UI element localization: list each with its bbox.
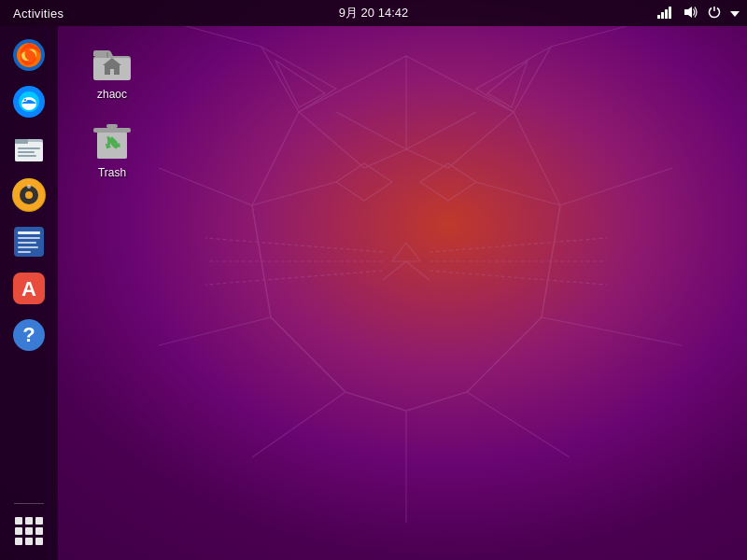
dock-item-appstore[interactable]: A xyxy=(7,267,50,310)
svg-marker-12 xyxy=(392,243,420,261)
svg-point-62 xyxy=(25,191,33,199)
svg-line-25 xyxy=(336,112,406,149)
svg-text:?: ? xyxy=(22,323,35,346)
svg-line-21 xyxy=(271,317,345,392)
thunderbird-icon xyxy=(12,85,46,119)
trash-icon-label: Trash xyxy=(98,166,126,179)
svg-rect-40 xyxy=(657,15,660,19)
home-icon-label: zhaoc xyxy=(97,88,127,101)
svg-rect-66 xyxy=(18,237,40,239)
svg-point-63 xyxy=(27,185,31,189)
grid-icon xyxy=(15,517,43,545)
cat-background xyxy=(65,0,747,551)
svg-text:A: A xyxy=(21,277,36,301)
svg-marker-4 xyxy=(487,61,528,107)
dock-separator xyxy=(14,503,44,504)
svg-line-15 xyxy=(205,238,383,252)
power-icon[interactable] xyxy=(708,6,721,21)
svg-rect-56 xyxy=(15,139,28,144)
svg-rect-57 xyxy=(18,147,40,149)
svg-line-22 xyxy=(467,317,542,392)
svg-rect-77 xyxy=(106,52,108,58)
chevron-down-icon[interactable] xyxy=(730,6,740,21)
svg-rect-58 xyxy=(18,151,35,153)
dock-item-show-apps[interactable] xyxy=(7,510,50,553)
desktop-icon-home[interactable]: zhaoc xyxy=(75,35,149,105)
dock-item-firefox[interactable] xyxy=(7,34,50,77)
svg-marker-45 xyxy=(730,11,740,17)
dock-item-rhythmbox[interactable] xyxy=(7,174,50,217)
volume-icon[interactable] xyxy=(684,6,698,21)
dock-item-thunderbird[interactable] xyxy=(7,80,50,123)
desktop-icon-trash[interactable]: Trash xyxy=(75,114,149,183)
svg-marker-11 xyxy=(420,163,476,201)
svg-line-33 xyxy=(159,168,252,205)
firefox-icon xyxy=(12,38,46,72)
dock: A ? xyxy=(0,26,58,560)
svg-line-34 xyxy=(560,168,672,205)
svg-line-26 xyxy=(406,112,476,149)
svg-line-39 xyxy=(467,392,570,457)
svg-rect-59 xyxy=(18,155,36,157)
svg-line-18 xyxy=(430,238,607,252)
dock-item-files[interactable] xyxy=(7,127,50,170)
svg-rect-42 xyxy=(665,9,668,19)
svg-line-24 xyxy=(406,392,467,411)
rhythmbox-app-icon xyxy=(12,178,46,212)
svg-line-6 xyxy=(299,112,364,168)
svg-line-38 xyxy=(252,392,345,457)
topbar: Activities 9月 20 14:42 xyxy=(0,0,747,26)
svg-rect-67 xyxy=(18,242,36,244)
svg-line-17 xyxy=(205,271,383,285)
svg-line-20 xyxy=(430,271,607,285)
svg-rect-65 xyxy=(18,231,40,234)
topbar-datetime: 9月 20 14:42 xyxy=(339,5,408,21)
topbar-right xyxy=(657,6,740,21)
svg-rect-81 xyxy=(106,124,118,128)
svg-rect-69 xyxy=(18,251,31,253)
datetime-label: 9月 20 14:42 xyxy=(339,5,408,21)
svg-line-7 xyxy=(448,112,514,168)
svg-rect-43 xyxy=(669,7,671,19)
svg-line-8 xyxy=(364,149,406,168)
home-folder-icon xyxy=(90,39,134,84)
svg-rect-68 xyxy=(18,246,38,248)
svg-marker-10 xyxy=(336,163,392,201)
svg-rect-80 xyxy=(93,128,131,133)
svg-line-13 xyxy=(383,261,406,280)
svg-line-36 xyxy=(542,317,682,345)
help-icon: ? xyxy=(12,318,46,352)
svg-line-27 xyxy=(252,182,336,205)
svg-rect-41 xyxy=(661,12,664,19)
activities-button[interactable]: Activities xyxy=(7,7,69,21)
svg-line-35 xyxy=(159,317,271,345)
svg-line-28 xyxy=(476,182,560,205)
topbar-left: Activities xyxy=(7,7,69,21)
dock-item-help[interactable]: ? xyxy=(7,314,50,357)
appstore-icon: A xyxy=(12,272,46,305)
svg-line-14 xyxy=(406,261,430,280)
svg-marker-1 xyxy=(261,47,336,112)
files-icon xyxy=(12,132,46,165)
svg-line-9 xyxy=(406,149,448,168)
writer-icon xyxy=(12,225,46,259)
desktop-icons: zhaoc xyxy=(75,35,149,183)
trash-folder-icon xyxy=(90,118,134,162)
svg-marker-44 xyxy=(684,7,692,18)
svg-rect-79 xyxy=(97,133,127,159)
svg-line-23 xyxy=(345,392,406,411)
network-icon[interactable] xyxy=(657,6,674,21)
dock-item-writer[interactable] xyxy=(7,220,50,263)
svg-point-53 xyxy=(24,99,26,101)
desktop: Activities 9月 20 14:42 xyxy=(0,0,747,560)
